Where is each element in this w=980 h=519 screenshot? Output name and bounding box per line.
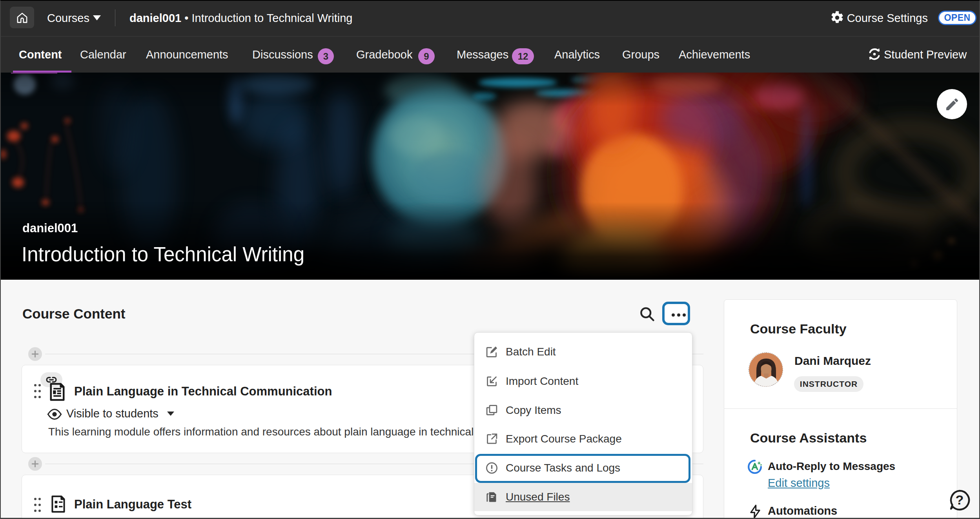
svg-text:?: ?: [956, 492, 964, 507]
